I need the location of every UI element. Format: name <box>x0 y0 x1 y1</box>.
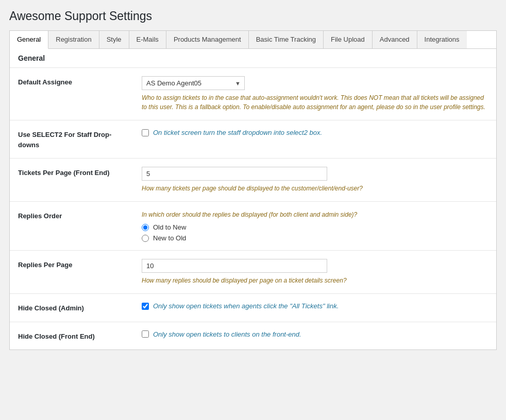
settings-panel: General Default Assignee AS Demo Agent05… <box>9 48 497 350</box>
hide-closed-admin-checkbox[interactable] <box>142 303 149 310</box>
control-hide-closed-admin: Only show open tickets when agents click… <box>142 302 488 310</box>
label-use-select2: Use SELECT2 For Staff Drop-downs <box>18 129 131 150</box>
row-default-assignee: Default Assignee AS Demo Agent05 ▼ Who t… <box>10 68 496 120</box>
tab-registration[interactable]: Registration <box>48 31 99 48</box>
tab-emails[interactable]: E-Mails <box>129 31 166 48</box>
label-default-assignee: Default Assignee <box>18 76 131 87</box>
label-hide-closed-frontend: Hide Closed (Front End) <box>18 330 131 342</box>
tab-file-upload[interactable]: File Upload <box>324 31 373 48</box>
control-use-select2: On ticket screen turn the staff dropdown… <box>142 129 488 136</box>
tab-style[interactable]: Style <box>99 31 129 48</box>
replies-per-page-help: How many replies should be displayed per… <box>142 276 488 285</box>
tab-products-management[interactable]: Products Management <box>166 31 249 48</box>
label-replies-order: Replies Order <box>18 210 131 221</box>
checkbox-row-hide-closed-admin: Only show open tickets when agents click… <box>142 302 488 310</box>
tab-advanced[interactable]: Advanced <box>373 31 417 48</box>
page-title: Awesome Support Settings <box>9 9 497 23</box>
hide-closed-frontend-checkbox[interactable] <box>142 330 149 338</box>
section-title: General <box>10 49 496 68</box>
row-tickets-per-page: Tickets Per Page (Front End) How many ti… <box>10 159 496 202</box>
label-hide-closed-admin: Hide Closed (Admin) <box>18 302 131 313</box>
control-tickets-per-page: How many tickets per page should be disp… <box>142 167 488 193</box>
select2-checkbox-label: On ticket screen turn the staff dropdown… <box>153 129 322 136</box>
replies-order-help: In which order should the replies be dis… <box>142 210 488 219</box>
hide-closed-frontend-label: Only show open tickets to clients on the… <box>153 330 301 338</box>
radio-label-new-to-old: New to Old <box>153 234 186 242</box>
control-hide-closed-frontend: Only show open tickets to clients on the… <box>142 330 488 338</box>
control-default-assignee: AS Demo Agent05 ▼ Who to assign tickets … <box>142 76 488 112</box>
default-assignee-select[interactable]: AS Demo Agent05 <box>142 76 245 90</box>
tabs-navigation: General Registration Style E-Mails Produ… <box>9 30 497 48</box>
checkbox-row-select2: On ticket screen turn the staff dropdown… <box>142 129 488 136</box>
row-replies-order: Replies Order In which order should the … <box>10 202 496 251</box>
row-use-select2: Use SELECT2 For Staff Drop-downs On tick… <box>10 120 496 159</box>
row-hide-closed-admin: Hide Closed (Admin) Only show open ticke… <box>10 294 496 322</box>
hide-closed-admin-label: Only show open tickets when agents click… <box>153 302 339 310</box>
tickets-per-page-input[interactable] <box>142 167 327 181</box>
control-replies-order: In which order should the replies be dis… <box>142 210 488 242</box>
checkbox-row-hide-closed-frontend: Only show open tickets to clients on the… <box>142 330 488 338</box>
replies-order-radio-group: Old to New New to Old <box>142 223 488 242</box>
label-replies-per-page: Replies Per Page <box>18 259 131 270</box>
default-assignee-select-wrap: AS Demo Agent05 ▼ <box>142 76 245 90</box>
tickets-per-page-help: How many tickets per page should be disp… <box>142 184 488 193</box>
radio-row-old-to-new: Old to New <box>142 223 488 231</box>
tab-general[interactable]: General <box>10 31 48 49</box>
select2-checkbox[interactable] <box>142 129 149 136</box>
row-replies-per-page: Replies Per Page How many replies should… <box>10 251 496 294</box>
replies-per-page-input[interactable] <box>142 259 327 273</box>
radio-old-to-new[interactable] <box>142 224 149 231</box>
row-hide-closed-frontend: Hide Closed (Front End) Only show open t… <box>10 322 496 350</box>
tab-basic-time-tracking[interactable]: Basic Time Tracking <box>249 31 324 48</box>
label-tickets-per-page: Tickets Per Page (Front End) <box>18 167 131 178</box>
radio-label-old-to-new: Old to New <box>153 223 186 231</box>
default-assignee-help: Who to assign tickets to in the case tha… <box>142 93 488 112</box>
control-replies-per-page: How many replies should be displayed per… <box>142 259 488 285</box>
tab-integrations[interactable]: Integrations <box>417 31 467 48</box>
radio-row-new-to-old: New to Old <box>142 234 488 242</box>
radio-new-to-old[interactable] <box>142 235 149 242</box>
